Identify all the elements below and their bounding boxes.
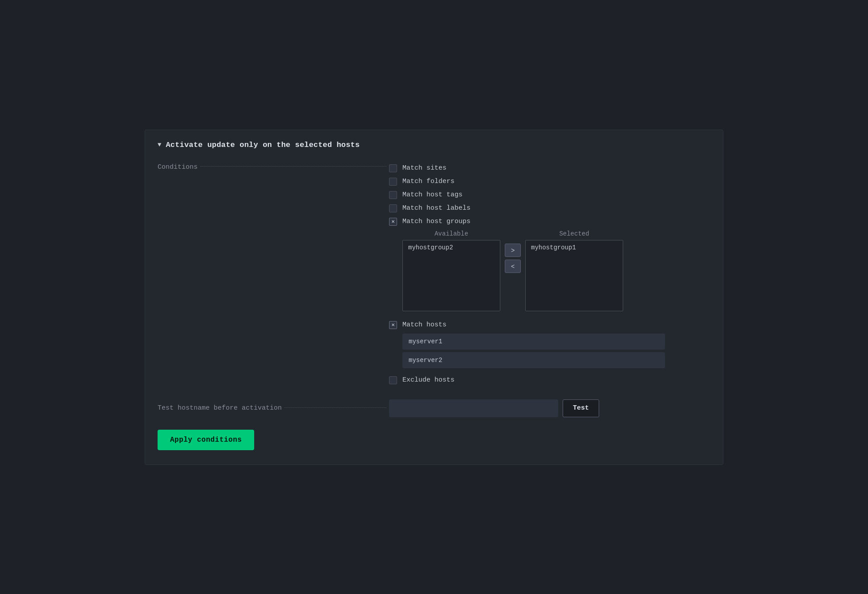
match-host-tags-label: Match host tags [402,191,462,199]
collapse-icon[interactable]: ▼ [158,141,161,148]
match-host-tags-checkbox[interactable] [389,191,397,199]
conditions-label-col: Conditions [158,162,389,171]
selected-label: Selected [559,230,589,237]
match-folders-checkbox[interactable] [389,178,397,186]
match-hosts-checkbox[interactable] [389,321,397,329]
main-container: ▼ Activate update only on the selected h… [145,130,723,465]
section-header: ▼ Activate update only on the selected h… [158,141,710,149]
match-host-labels-checkbox[interactable] [389,204,397,212]
available-item-0[interactable]: myhostgroup2 [405,242,498,253]
hostname-test-input[interactable] [389,399,558,417]
match-host-groups-row: Match host groups [389,215,710,228]
apply-conditions-button[interactable]: Apply conditions [158,430,254,450]
conditions-dots [200,166,386,167]
available-section: Available myhostgroup2 [402,230,500,311]
selected-section: Selected myhostgroup1 [525,230,623,311]
selected-item-0[interactable]: myhostgroup1 [527,242,621,253]
available-label: Available [434,230,468,237]
match-folders-label: Match folders [402,178,454,185]
match-host-labels-row: Match host labels [389,202,710,215]
host-input-2[interactable] [402,352,665,368]
match-hosts-label: Match hosts [402,321,446,329]
move-right-button[interactable]: > [505,244,521,257]
exclude-hosts-row: Exclude hosts [389,374,710,387]
available-list[interactable]: myhostgroup2 [402,240,500,311]
match-sites-checkbox[interactable] [389,164,397,172]
match-sites-label: Match sites [402,164,446,172]
exclude-hosts-checkbox[interactable] [389,376,397,384]
hostname-test-row: Test hostname before activation Test [158,399,710,417]
options-col: Match sites Match folders Match host tag… [389,162,710,387]
host-input-1[interactable] [402,334,665,350]
conditions-row: Conditions Match sites Match folders Mat… [158,162,710,387]
test-button[interactable]: Test [563,399,599,417]
hostname-label-col: Test hostname before activation [158,404,389,412]
match-sites-row: Match sites [389,162,710,175]
match-hosts-section [402,334,710,368]
match-host-groups-checkbox[interactable] [389,218,397,226]
match-host-tags-row: Match host tags [389,188,710,202]
match-host-labels-label: Match host labels [402,204,471,212]
match-host-groups-label: Match host groups [402,218,471,225]
hostname-test-dots [284,407,386,408]
match-folders-row: Match folders [389,175,710,188]
hostname-test-label: Test hostname before activation [158,404,282,412]
dual-list-container: Available myhostgroup2 > < Selected myho… [402,230,710,311]
dual-list-buttons: > < [500,230,525,273]
match-hosts-row: Match hosts [389,318,710,332]
exclude-hosts-label: Exclude hosts [402,376,454,384]
section-title: Activate update only on the selected hos… [166,141,360,149]
conditions-label: Conditions [158,163,198,171]
selected-list[interactable]: myhostgroup1 [525,240,623,311]
move-left-button[interactable]: < [505,260,521,273]
